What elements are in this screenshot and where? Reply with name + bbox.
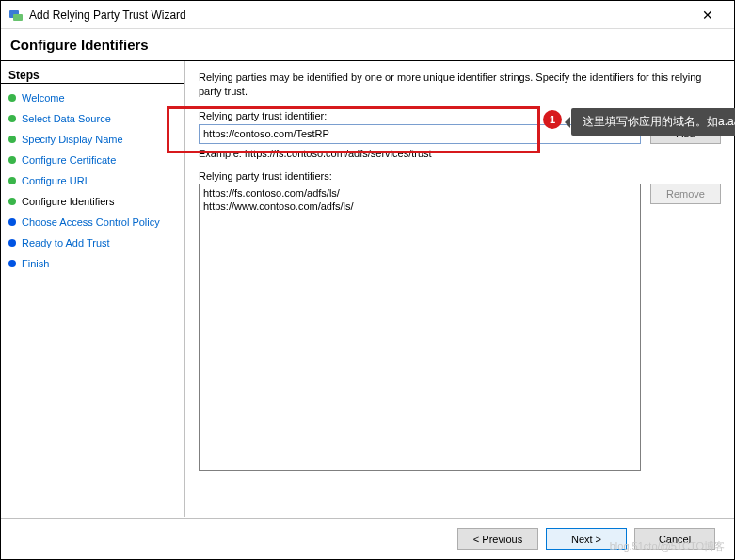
app-icon xyxy=(8,8,24,23)
step-bullet-icon xyxy=(8,94,16,102)
step-select-data-source[interactable]: Select Data Source xyxy=(1,108,184,129)
wizard-window: Add Relying Party Trust Wizard ✕ Configu… xyxy=(0,0,735,560)
close-button[interactable]: ✕ xyxy=(689,8,727,23)
example-text: Example: https://fs.contoso.com/adfs/ser… xyxy=(199,148,721,159)
annotation-tooltip: 这里填写你应用的域名。如a.aaa.com xyxy=(571,108,735,136)
step-choose-access-control-policy[interactable]: Choose Access Control Policy xyxy=(1,212,184,232)
wizard-body: Steps WelcomeSelect Data SourceSpecify D… xyxy=(1,61,734,517)
watermark: blog.51cto/@51CTO博客 xyxy=(610,539,725,553)
page-title: Configure Identifiers xyxy=(10,37,725,53)
step-label: Configure URL xyxy=(22,174,90,187)
identifiers-list-label: Relying party trust identifiers: xyxy=(199,170,721,182)
step-specify-display-name[interactable]: Specify Display Name xyxy=(1,129,184,150)
step-label: Configure Identifiers xyxy=(22,195,114,208)
step-bullet-icon xyxy=(8,218,16,226)
step-label: Finish xyxy=(22,257,49,270)
step-configure-identifiers[interactable]: Configure Identifiers xyxy=(1,191,184,212)
instruction-text: Relying parties may be identified by one… xyxy=(199,71,721,99)
content-pane: Relying parties may be identified by one… xyxy=(185,61,734,517)
list-item[interactable]: https://www.contoso.com/adfs/ls/ xyxy=(203,200,636,213)
step-label: Select Data Source xyxy=(22,112,111,125)
step-ready-to-add-trust[interactable]: Ready to Add Trust xyxy=(1,232,184,253)
svg-rect-1 xyxy=(13,14,23,21)
step-label: Ready to Add Trust xyxy=(22,236,110,249)
step-welcome[interactable]: Welcome xyxy=(1,88,184,108)
wizard-header: Configure Identifiers xyxy=(1,29,734,58)
window-title: Add Relying Party Trust Wizard xyxy=(29,8,689,22)
titlebar: Add Relying Party Trust Wizard ✕ xyxy=(1,1,734,29)
remove-button[interactable]: Remove xyxy=(650,184,721,204)
list-item[interactable]: https://fs.contoso.com/adfs/ls/ xyxy=(203,186,636,200)
step-bullet-icon xyxy=(8,177,16,184)
step-configure-url[interactable]: Configure URL xyxy=(1,170,184,191)
step-label: Specify Display Name xyxy=(22,133,123,146)
step-bullet-icon xyxy=(8,198,16,205)
step-bullet-icon xyxy=(8,260,16,267)
step-label: Configure Certificate xyxy=(22,153,116,167)
step-label: Welcome xyxy=(22,91,65,104)
step-bullet-icon xyxy=(8,239,16,247)
step-bullet-icon xyxy=(8,115,16,122)
steps-rule xyxy=(1,83,184,84)
step-finish[interactable]: Finish xyxy=(1,253,184,274)
annotation-badge: 1 xyxy=(543,110,562,129)
steps-heading: Steps xyxy=(1,67,184,83)
identifiers-listbox[interactable]: https://fs.contoso.com/adfs/ls/https://w… xyxy=(199,184,641,471)
step-bullet-icon xyxy=(8,136,16,143)
step-label: Choose Access Control Policy xyxy=(22,216,160,229)
step-configure-certificate[interactable]: Configure Certificate xyxy=(1,150,184,170)
steps-sidebar: Steps WelcomeSelect Data SourceSpecify D… xyxy=(1,61,185,517)
step-bullet-icon xyxy=(8,156,16,164)
previous-button[interactable]: < Previous xyxy=(457,528,538,550)
